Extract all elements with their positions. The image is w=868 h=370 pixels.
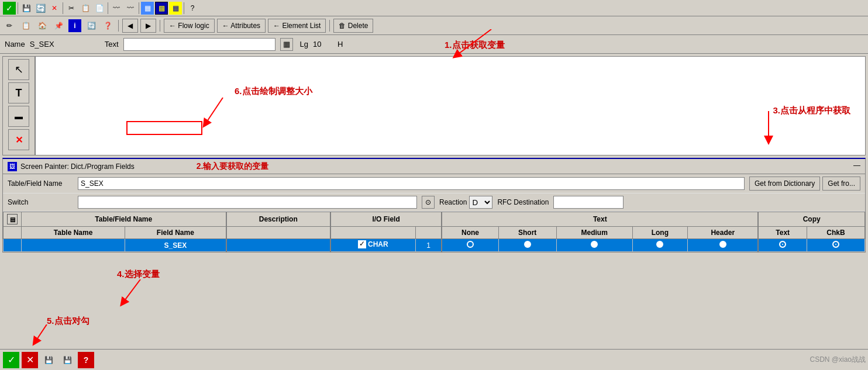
arrow-4 (117, 279, 164, 309)
th-desc-empty (226, 227, 330, 239)
table-field-input[interactable] (78, 177, 745, 190)
home-icon[interactable]: 🏠 (36, 19, 49, 32)
data-table: ▤ Table/Field Name Description I/O Field… (3, 212, 865, 252)
help-icon[interactable]: ? (186, 2, 199, 15)
row-field-name: S_SEX (125, 239, 226, 252)
annotation-4: 4.选择变量 (117, 269, 160, 280)
bottom-save2-icon[interactable]: 💾 (59, 352, 75, 368)
th-description: Description (226, 212, 330, 227)
table-container: ▤ Table/Field Name Description I/O Field… (3, 212, 865, 252)
edit-icon[interactable]: ✏ (3, 19, 16, 32)
switch-input[interactable] (78, 196, 417, 209)
get-from-dictionary-button[interactable]: Get from Dictionary (749, 177, 820, 191)
th-long: Long (632, 227, 687, 239)
attributes-button[interactable]: ← Attributes (217, 19, 266, 33)
grid1-icon[interactable]: ▦ (141, 2, 154, 15)
reaction-select[interactable]: D (469, 196, 492, 209)
lg-label: Lg (300, 40, 308, 49)
row-icon (4, 239, 22, 252)
table-row[interactable]: S_SEX CHAR 1 (4, 239, 865, 252)
switch-button[interactable]: ⊙ (422, 196, 435, 209)
th-medium: Medium (556, 227, 632, 239)
row-short (498, 239, 556, 252)
flow-logic-button[interactable]: ← Flow logic (164, 19, 215, 33)
h-label: H (337, 40, 343, 49)
lg-value: 10 (313, 40, 330, 49)
toolbar-second: ✏ 📋 🏠 📌 i 🔄 ❓ ◀ ▶ ← Flow logic ← Attribu… (0, 16, 868, 35)
cut-icon[interactable]: ✂ (65, 2, 78, 15)
th-none: None (442, 227, 498, 239)
paste-icon[interactable]: 📄 (93, 2, 106, 15)
annotation-5: 5.点击对勾 (47, 316, 89, 327)
left-tool-panel: ↖ T ▬ ✕ (2, 56, 35, 155)
row-long (632, 239, 687, 252)
row-io-checkbox: CHAR (330, 239, 415, 252)
rfc-label: RFC Destination (497, 198, 549, 206)
annotation-2: 2.输入要获取的变量 (197, 161, 269, 172)
squiggle1-icon[interactable]: 〰 (110, 2, 123, 15)
th-empty (4, 227, 22, 239)
squiggle2-icon[interactable]: 〰 (124, 2, 137, 15)
svg-line-3 (123, 279, 140, 303)
dialog-icon: 🖼 (8, 162, 17, 171)
check-icon[interactable]: ✓ (3, 2, 16, 15)
cancel-icon[interactable]: ✕ (48, 2, 61, 15)
text-input[interactable] (123, 38, 275, 51)
dialog-title-text: Screen Painter: Dict./Program Fields (20, 162, 135, 171)
svg-line-1 (205, 98, 223, 124)
row-none (442, 239, 498, 252)
rfc-input[interactable] (553, 196, 624, 209)
bottom-check-icon[interactable]: ✓ (3, 352, 19, 368)
copy2-icon[interactable]: 📋 (19, 19, 32, 32)
delete-button[interactable]: 🗑 Delete (333, 19, 373, 33)
checkbox-tool[interactable]: ✕ (8, 129, 29, 150)
loop-icon[interactable]: 🔄 (85, 19, 98, 32)
grid3-icon[interactable]: ▦ (169, 2, 182, 15)
name-value: S_SEX (30, 40, 77, 49)
svg-line-4 (35, 324, 47, 342)
th-table-name: Table Name (22, 227, 125, 239)
copy-icon[interactable]: 📋 (79, 2, 92, 15)
help2-icon[interactable]: ❓ (101, 19, 114, 32)
arrow-6 (188, 92, 258, 133)
refresh-icon[interactable]: 🔄 (34, 2, 47, 15)
switch-label: Switch (8, 198, 78, 206)
dialog-title-bar: 🖼 Screen Painter: Dict./Program Fields —… (3, 159, 865, 174)
get-from-program-button[interactable]: Get fro... (822, 177, 860, 191)
pin-icon[interactable]: 📌 (52, 19, 65, 32)
canvas-area: 6.点击绘制调整大小 (35, 56, 866, 155)
pointer-tool[interactable]: ↖ (8, 59, 29, 80)
grid2-icon[interactable]: ▩ (155, 2, 168, 15)
bottom-help-icon[interactable]: ? (78, 352, 94, 368)
th-text: Text (442, 212, 758, 227)
th-chkb: ChkB (807, 227, 865, 239)
th-table-field-name: Table/Field Name (22, 212, 226, 227)
info-icon[interactable]: i (68, 19, 81, 32)
row-io-field-text: CHAR (368, 240, 388, 248)
element-list-button[interactable]: ← Element List (268, 19, 326, 33)
table-header-row2: Table Name Field Name None Short Medium … (4, 227, 865, 239)
next-button[interactable]: ▶ (140, 19, 156, 33)
arrow-5 (29, 324, 64, 348)
table-field-label: Table/Field Name (8, 179, 78, 188)
th-io-field: I/O Field (330, 212, 442, 227)
prev-button[interactable]: ◀ (122, 19, 138, 33)
row-text (758, 239, 807, 252)
name-label: Name (5, 40, 25, 49)
th-text-copy: Text (758, 227, 807, 239)
toolbar-top: ✓ 💾 🔄 ✕ ✂ 📋 📄 〰 〰 ▦ ▩ ▦ ? (0, 0, 868, 16)
bottom-cancel-icon[interactable]: ✕ (22, 352, 38, 368)
row-medium (556, 239, 632, 252)
line-tool[interactable]: ▬ (8, 106, 29, 127)
th-copy: Copy (758, 212, 864, 227)
row-description (226, 239, 330, 252)
minimize-button[interactable]: — (853, 161, 860, 170)
save-icon[interactable]: 💾 (20, 2, 33, 15)
th-field-name: Field Name (125, 227, 226, 239)
grid-button[interactable]: ▦ (280, 38, 293, 51)
th-io-num (415, 227, 442, 239)
bottom-save1-icon[interactable]: 💾 (40, 352, 57, 368)
bottom-toolbar: ✓ ✕ 💾 💾 ? CSDN @xiao战战 (0, 349, 868, 370)
row-header (688, 239, 759, 252)
text-tool[interactable]: T (8, 82, 29, 103)
